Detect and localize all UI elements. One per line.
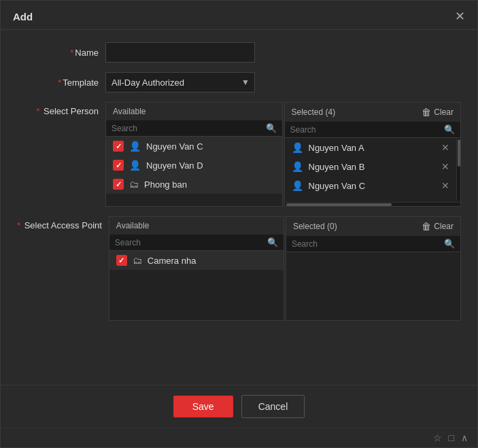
person-selected-header: Selected (4) 🗑 Clear bbox=[285, 103, 461, 122]
person-selected-panel: Selected (4) 🗑 Clear 🔍 bbox=[284, 102, 462, 207]
item-label: Nguyen Van A bbox=[309, 143, 364, 153]
access-selected-title: Selected (0) bbox=[293, 222, 337, 231]
access-available-panel: Available 🔍 ✓ 🗂 Camera nha bbox=[109, 216, 284, 321]
select-access-point-label: * Select Access Point bbox=[17, 216, 102, 230]
remove-button[interactable]: ✕ bbox=[441, 142, 449, 153]
name-label: *Name bbox=[17, 48, 99, 58]
access-selected-panel: Selected (0) 🗑 Clear 🔍 bbox=[286, 216, 461, 321]
person-selected-search-input[interactable] bbox=[290, 125, 441, 135]
access-selected-header: Selected (0) 🗑 Clear bbox=[286, 217, 460, 236]
item-label: Nguyen Van D bbox=[146, 160, 203, 171]
trash-icon: 🗑 bbox=[422, 107, 431, 118]
access-panels: Available 🔍 ✓ 🗂 Camera nha bbox=[109, 216, 461, 321]
access-selected-search-box: 🔍 bbox=[286, 236, 460, 252]
access-available-search-box: 🔍 bbox=[109, 235, 284, 251]
list-item[interactable]: ✓ 👤 Nguyen Van C bbox=[106, 137, 282, 156]
list-item[interactable]: ✓ 🗂 Camera nha bbox=[109, 251, 284, 270]
person-available-search-box: 🔍 bbox=[106, 120, 282, 137]
template-select[interactable]: All-Day Authorized Weekday Only Night Sh… bbox=[105, 72, 255, 92]
access-available-search-input[interactable] bbox=[115, 238, 263, 247]
collapse-icon[interactable]: ∧ bbox=[461, 432, 468, 443]
person-available-search-input[interactable] bbox=[112, 124, 262, 133]
maximize-icon[interactable]: □ bbox=[449, 432, 454, 443]
person-clear-button[interactable]: 🗑 Clear bbox=[422, 107, 454, 118]
folder-icon: 🗂 bbox=[129, 179, 139, 190]
pin-icon[interactable]: ☆ bbox=[433, 432, 442, 443]
person-selected-title: Selected (4) bbox=[292, 107, 336, 117]
save-button[interactable]: Save bbox=[173, 396, 233, 417]
search-icon: 🔍 bbox=[444, 124, 455, 135]
person-icon: 👤 bbox=[129, 160, 141, 171]
list-item[interactable]: 👤 Nguyen Van A ✕ bbox=[285, 138, 457, 157]
person-selected-list: 👤 Nguyen Van A ✕ 👤 Nguyen Van B ✕ bbox=[285, 138, 461, 206]
dialog-footer: Save Cancel bbox=[1, 385, 477, 428]
person-icon: 👤 bbox=[292, 161, 303, 172]
access-available-header: Available bbox=[109, 217, 284, 235]
template-required: * bbox=[58, 77, 61, 88]
person-icon: 👤 bbox=[292, 142, 303, 153]
scrollbar[interactable] bbox=[456, 138, 460, 201]
cancel-button[interactable]: Cancel bbox=[241, 395, 305, 418]
person-required: * bbox=[36, 106, 39, 116]
access-selected-search-input[interactable] bbox=[292, 239, 440, 249]
template-select-wrapper: All-Day Authorized Weekday Only Night Sh… bbox=[105, 72, 255, 92]
person-selected-actions: 🗑 Clear bbox=[422, 107, 454, 118]
item-label: Phong ban bbox=[144, 179, 187, 190]
item-label: Camera nha bbox=[148, 256, 197, 266]
list-item[interactable]: ✓ 🗂 Phong ban bbox=[106, 175, 282, 194]
person-available-panel: Available 🔍 ✓ 👤 Nguyen Van C ✓ bbox=[105, 102, 283, 207]
list-item[interactable]: 👤 Nguyen Van B ✕ bbox=[285, 157, 457, 176]
checkbox-checked[interactable]: ✓ bbox=[113, 160, 124, 171]
trash-icon: 🗑 bbox=[422, 221, 431, 232]
name-required: * bbox=[70, 48, 73, 58]
person-available-header: Available bbox=[106, 103, 282, 120]
search-icon: 🔍 bbox=[267, 237, 278, 247]
select-person-row: * Select Person Available 🔍 ✓ bbox=[17, 102, 461, 207]
person-available-list: ✓ 👤 Nguyen Van C ✓ 👤 Nguyen Van D ✓ 🗂 bbox=[106, 137, 282, 206]
person-panels: Available 🔍 ✓ 👤 Nguyen Van C ✓ bbox=[105, 102, 461, 207]
search-icon: 🔍 bbox=[444, 239, 455, 249]
person-icon: 👤 bbox=[292, 180, 303, 191]
name-row: *Name bbox=[17, 42, 461, 63]
horizontal-scrollbar[interactable] bbox=[285, 202, 461, 206]
checkbox-checked[interactable]: ✓ bbox=[116, 255, 127, 266]
dialog-title: Add bbox=[13, 11, 33, 22]
add-dialog: Add ✕ *Name *Template All-Day Authorized… bbox=[0, 0, 478, 448]
dialog-header: Add ✕ bbox=[1, 1, 477, 30]
search-icon: 🔍 bbox=[266, 123, 277, 133]
checkbox-checked[interactable]: ✓ bbox=[113, 179, 124, 190]
item-label: Nguyen Van C bbox=[146, 141, 203, 152]
checkbox-checked[interactable]: ✓ bbox=[113, 141, 124, 152]
item-label: Nguyen Van B bbox=[309, 162, 365, 172]
access-required: * bbox=[17, 220, 20, 230]
person-available-title: Available bbox=[113, 107, 146, 116]
scrollbar-thumb-h[interactable] bbox=[286, 203, 392, 206]
list-item[interactable]: ✓ 👤 Nguyen Van D bbox=[106, 156, 282, 175]
person-selected-search-box: 🔍 bbox=[285, 122, 461, 138]
access-available-title: Available bbox=[116, 221, 149, 230]
window-controls: ☆ □ ∧ bbox=[1, 428, 477, 447]
select-person-label: * Select Person bbox=[17, 102, 99, 116]
remove-button[interactable]: ✕ bbox=[441, 180, 449, 191]
close-button[interactable]: ✕ bbox=[455, 10, 465, 22]
access-available-list: ✓ 🗂 Camera nha bbox=[109, 251, 284, 320]
dialog-body: *Name *Template All-Day Authorized Weekd… bbox=[1, 30, 477, 385]
item-label: Nguyen Van C bbox=[309, 181, 366, 191]
access-clear-button[interactable]: 🗑 Clear bbox=[422, 221, 454, 232]
access-selected-list bbox=[286, 252, 460, 320]
template-row: *Template All-Day Authorized Weekday Onl… bbox=[17, 72, 461, 92]
select-access-point-row: * Select Access Point Available 🔍 ✓ bbox=[17, 216, 461, 321]
scrollbar-thumb[interactable] bbox=[458, 139, 460, 167]
access-selected-actions: 🗑 Clear bbox=[422, 221, 454, 232]
remove-button[interactable]: ✕ bbox=[441, 161, 449, 172]
person-icon: 👤 bbox=[129, 141, 141, 152]
folder-icon: 🗂 bbox=[133, 255, 142, 266]
template-label: *Template bbox=[17, 77, 99, 88]
list-item[interactable]: 👤 Nguyen Van C ✕ bbox=[285, 176, 457, 195]
name-input[interactable] bbox=[105, 42, 255, 63]
